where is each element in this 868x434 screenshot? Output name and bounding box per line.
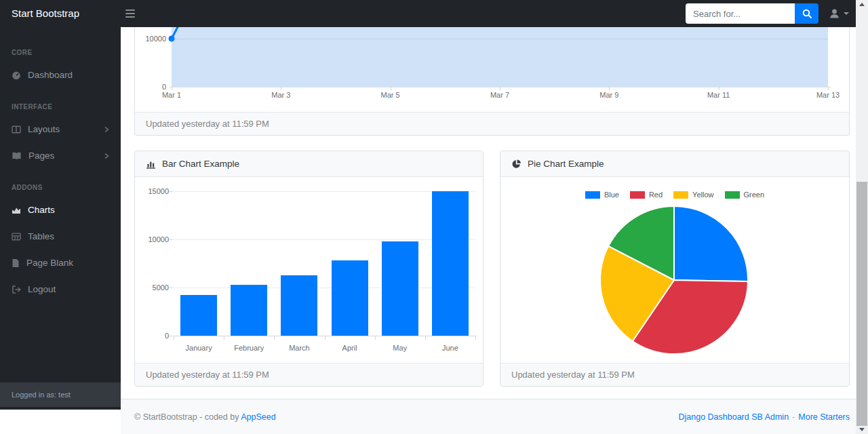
table-icon — [12, 232, 21, 241]
search-input[interactable] — [686, 3, 795, 24]
card-title: Pie Chart Example — [528, 159, 604, 169]
chart-bar-icon — [146, 159, 156, 169]
pie-chart: BlueRedYellowGreen — [500, 177, 849, 363]
axis-tick-label: January — [186, 344, 212, 352]
tachometer-icon — [12, 71, 21, 80]
sidebar-item-charts[interactable]: Charts — [0, 197, 121, 223]
search-icon — [802, 9, 812, 18]
axis-tick-label: 10000 — [135, 235, 169, 243]
bar — [332, 260, 368, 336]
scroll-down-arrow[interactable] — [859, 428, 865, 431]
axis-tick-label: Mar 1 — [162, 91, 181, 99]
footer-separator: · — [792, 412, 795, 422]
card-footer: Updated yesterday at 11:59 PM — [500, 363, 849, 386]
django-dashboard-link[interactable]: Django Dashboard SB Admin — [679, 412, 789, 422]
user-menu-dropdown[interactable] — [829, 0, 849, 27]
book-open-icon — [12, 151, 22, 161]
axis-tick-label: Mar 3 — [271, 91, 290, 99]
pie-chart-card: Pie Chart Example BlueRedYellowGreen Upd… — [500, 151, 850, 387]
sign-out-icon — [12, 285, 21, 294]
card-footer: Updated yesterday at 11:59 PM — [135, 112, 849, 135]
axis-tick-label: February — [234, 344, 264, 352]
hamburger-icon — [125, 9, 135, 11]
sidenav-heading-addons: ADDONS — [0, 169, 121, 197]
bar-card-header: Bar Chart Example — [135, 151, 483, 177]
pie-chart-svg — [500, 177, 849, 364]
sidebar-item-layouts[interactable]: Layouts — [0, 116, 121, 142]
bar — [382, 241, 418, 336]
chevron-right-icon — [104, 126, 109, 133]
scroll-up-arrow[interactable] — [859, 3, 865, 6]
bar-chart: 050001000015000JanuaryFebruaryMarchApril… — [135, 177, 483, 363]
chart-area-icon — [12, 205, 21, 215]
columns-icon — [12, 125, 21, 134]
axis-tick-label: Mar 13 — [816, 91, 840, 99]
axis-tick-label: May — [393, 344, 407, 352]
pie-card-header: Pie Chart Example — [500, 151, 849, 177]
bar — [432, 191, 469, 336]
axis-tick-label: Mar 9 — [599, 91, 618, 99]
chevron-right-icon — [104, 153, 109, 159]
page-footer: © StartBootstrap - coded by AppSeed Djan… — [121, 399, 856, 434]
axis-tick-label: April — [342, 344, 357, 352]
axis-tick-label: 0 — [135, 332, 169, 340]
scrollbar-thumb[interactable] — [856, 182, 867, 426]
sidenav-footer: Logged in as: test — [0, 382, 121, 407]
search-button[interactable] — [795, 3, 818, 24]
area-chart-card: 100000 Mar 1Mar 3Mar 5Mar 7Mar 9Mar 11Ma… — [134, 27, 850, 136]
area-chart-line — [135, 27, 850, 87]
user-icon — [829, 8, 840, 19]
sidenav-heading-interface: INTERFACE — [0, 88, 121, 116]
vertical-scrollbar[interactable] — [856, 0, 868, 434]
card-footer: Updated yesterday at 11:59 PM — [135, 363, 483, 386]
bar — [180, 295, 217, 336]
axis-tick-label: March — [289, 344, 310, 352]
sidenav-heading-core: CORE — [0, 34, 121, 62]
card-title: Bar Chart Example — [162, 159, 239, 169]
axis-tick-label: Mar 5 — [381, 91, 400, 99]
axis-tick-label: June — [442, 344, 458, 352]
more-starters-link[interactable]: More Starters — [798, 412, 850, 422]
axis-tick-label: Mar 11 — [707, 91, 730, 99]
sidebar-item-tables[interactable]: Tables — [0, 223, 121, 250]
sidebar-item-logout[interactable]: Logout — [0, 276, 121, 302]
bar — [281, 275, 317, 336]
chart-pie-icon — [511, 159, 521, 169]
sidebar-item-pages[interactable]: Pages — [0, 142, 121, 169]
axis-tick-label: 15000 — [135, 187, 169, 195]
sidebar-item-dashboard[interactable]: Dashboard — [0, 62, 121, 88]
copyright: © StartBootstrap - coded by AppSeed — [134, 412, 276, 422]
caret-down-icon — [844, 12, 849, 15]
pie-slice-blue — [674, 206, 748, 281]
axis-tick-label: 5000 — [135, 283, 169, 292]
sidebar-item-page-blank[interactable]: Page Blank — [0, 250, 121, 276]
sidebar-toggle-button[interactable] — [122, 6, 138, 21]
top-navbar: Start Bootstrap — [0, 0, 856, 27]
brand-link[interactable]: Start Bootstrap — [12, 0, 79, 27]
bar — [231, 285, 267, 336]
area-chart: 100000 Mar 1Mar 3Mar 5Mar 7Mar 9Mar 11Ma… — [135, 27, 849, 114]
axis-tick-label: Mar 7 — [490, 91, 509, 99]
appseed-link[interactable]: AppSeed — [241, 412, 275, 422]
search-form — [686, 3, 818, 24]
bar-chart-card: Bar Chart Example 050001000015000January… — [134, 151, 484, 387]
side-navigation: CORE Dashboard INTERFACE Layouts Pages A… — [0, 27, 121, 410]
file-icon — [12, 258, 20, 268]
